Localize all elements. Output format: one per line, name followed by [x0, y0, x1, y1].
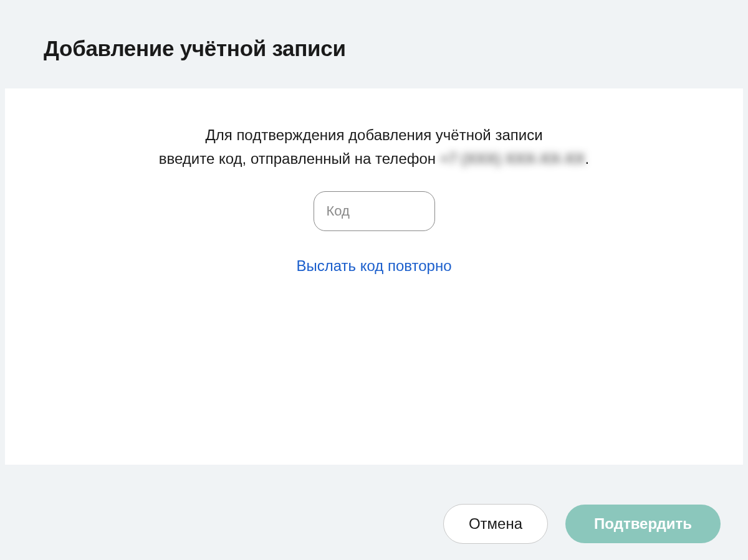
code-input[interactable] [314, 191, 435, 231]
confirm-button[interactable]: Подтвердить [565, 505, 721, 543]
description-text: Для подтверждения добавления учётной зап… [30, 123, 718, 171]
cancel-button[interactable]: Отмена [443, 504, 548, 544]
description-line2-prefix: введите код, отправленный на телефон [159, 150, 440, 167]
description-line1: Для подтверждения добавления учётной зап… [205, 126, 542, 143]
description-line2-suffix: . [585, 150, 590, 167]
dialog-footer: Отмена Подтвердить [0, 488, 748, 560]
phone-number-masked: +7 (XXX) XXX-XX-XX [440, 147, 585, 171]
dialog-content: Для подтверждения добавления учётной зап… [5, 88, 743, 465]
resend-container: Выслать код повторно [30, 257, 718, 275]
dialog-title: Добавление учётной записи [44, 36, 704, 61]
resend-code-link[interactable]: Выслать код повторно [296, 257, 451, 275]
dialog-header: Добавление учётной записи [0, 0, 748, 88]
code-input-container [30, 191, 718, 231]
